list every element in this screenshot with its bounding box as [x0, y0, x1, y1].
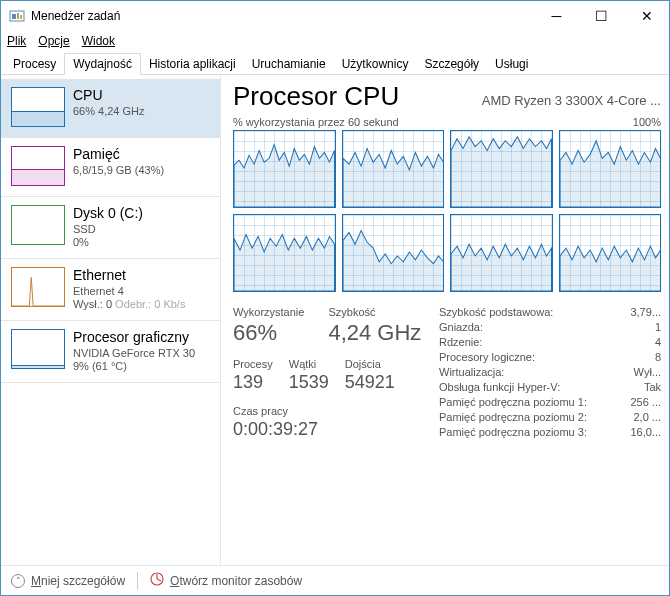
fewer-details-link[interactable]: MMniej szczegółówniej szczegółów	[31, 574, 125, 588]
cpu-heading: Procesor CPU	[233, 81, 399, 112]
logical-value: 8	[655, 351, 661, 363]
window-title: Menedżer zadań	[31, 9, 534, 23]
util-label: Wykorzystanie	[233, 306, 304, 318]
l2-cache-label: Pamięć podręczna poziomu 2:	[439, 411, 595, 423]
tab-services[interactable]: Usługi	[487, 54, 536, 74]
core-chart-5	[342, 214, 445, 292]
cores-value: 4	[655, 336, 661, 348]
speed-label: Szybkość	[328, 306, 421, 318]
menu-options[interactable]: Opcje	[38, 34, 69, 48]
chart-axis-right: 100%	[633, 116, 661, 128]
util-value: 66%	[233, 320, 304, 346]
memory-thumb-chart	[11, 146, 65, 186]
svg-rect-2	[17, 13, 19, 19]
maximize-button[interactable]: ☐	[579, 1, 624, 31]
sidebar-net-sub: Ethernet 4	[73, 285, 185, 297]
sidebar-net-sub2: Wysł.: 0 Odebr.: 0 Kb/s	[73, 298, 185, 310]
cpu-model: AMD Ryzen 3 3300X 4-Core ...	[482, 93, 661, 108]
core-chart-4	[233, 214, 336, 292]
sidebar-item-ethernet[interactable]: Ethernet Ethernet 4 Wysł.: 0 Odebr.: 0 K…	[1, 259, 220, 320]
virtualization-label: Wirtualizacja:	[439, 366, 512, 378]
base-speed-label: Szybkość podstawowa:	[439, 306, 561, 318]
core-chart-3	[559, 130, 662, 208]
speed-value: 4,24 GHz	[328, 320, 421, 346]
sidebar-disk-title: Dysk 0 (C:)	[73, 205, 143, 221]
sidebar-cpu-title: CPU	[73, 87, 145, 103]
cpu-thumb-chart	[11, 87, 65, 127]
logical-label: Procesory logiczne:	[439, 351, 543, 363]
sidebar-mem-title: Pamięć	[73, 146, 164, 162]
uptime-label: Czas pracy	[233, 405, 423, 417]
cpu-core-charts	[233, 130, 661, 292]
tab-strip: Procesy Wydajność Historia aplikacji Uru…	[1, 51, 669, 75]
disk-thumb-chart	[11, 205, 65, 245]
l1-cache-label: Pamięć podręczna poziomu 1:	[439, 396, 595, 408]
tab-processes[interactable]: Procesy	[5, 54, 64, 74]
sidebar-item-memory[interactable]: Pamięć 6,8/15,9 GB (43%)	[1, 138, 220, 196]
minimize-button[interactable]: ─	[534, 1, 579, 31]
core-chart-0	[233, 130, 336, 208]
open-resmon-link[interactable]: Otwórz monitor zasobów	[170, 574, 302, 588]
sidebar-disk-sub2: 0%	[73, 236, 143, 248]
handles-value: 54921	[345, 372, 395, 393]
hyperv-label: Obsługa funkcji Hyper-V:	[439, 381, 568, 393]
processes-value: 139	[233, 372, 273, 393]
cpu-stats-primary: Wykorzystanie 66% Szybkość 4,24 GHz Proc…	[233, 306, 423, 441]
sidebar-gpu-sub2: 9% (61 °C)	[73, 360, 195, 372]
sidebar-item-disk[interactable]: Dysk 0 (C:) SSD 0%	[1, 197, 220, 258]
processes-label: Procesy	[233, 358, 273, 370]
tab-details[interactable]: Szczegóły	[416, 54, 487, 74]
ethernet-thumb-chart	[11, 267, 65, 307]
l3-cache-value: 16,0...	[630, 426, 661, 438]
sidebar-item-cpu[interactable]: CPU 66% 4,24 GHz	[1, 79, 220, 137]
svg-rect-1	[12, 14, 16, 19]
handles-label: Dojścia	[345, 358, 395, 370]
base-speed-value: 3,79...	[630, 306, 661, 318]
cpu-detail-panel: Procesor CPU AMD Ryzen 3 3300X 4-Core ..…	[221, 75, 669, 565]
gpu-thumb-chart	[11, 329, 65, 369]
l3-cache-label: Pamięć podręczna poziomu 3:	[439, 426, 595, 438]
cores-label: Rdzenie:	[439, 336, 490, 348]
chevron-up-icon[interactable]: ˄	[11, 574, 25, 588]
tab-app-history[interactable]: Historia aplikacji	[141, 54, 244, 74]
threads-value: 1539	[289, 372, 329, 393]
menubar: Plik Opcje Widok	[1, 31, 669, 51]
close-button[interactable]: ✕	[624, 1, 669, 31]
virtualization-value: Wył...	[634, 366, 661, 378]
core-chart-6	[450, 214, 553, 292]
sidebar-cpu-sub: 66% 4,24 GHz	[73, 105, 145, 117]
performance-sidebar: CPU 66% 4,24 GHz Pamięć 6,8/15,9 GB (43%…	[1, 75, 221, 565]
sockets-label: Gniazda:	[439, 321, 491, 333]
hyperv-value: Tak	[644, 381, 661, 393]
menu-view[interactable]: Widok	[82, 34, 115, 48]
core-chart-2	[450, 130, 553, 208]
tab-performance[interactable]: Wydajność	[64, 53, 141, 75]
resmon-icon	[150, 572, 164, 589]
threads-label: Wątki	[289, 358, 329, 370]
l1-cache-value: 256 ...	[630, 396, 661, 408]
sockets-value: 1	[655, 321, 661, 333]
core-chart-7	[559, 214, 662, 292]
footer: ˄ MMniej szczegółówniej szczegółów Otwór…	[1, 565, 669, 595]
sidebar-gpu-sub: NVIDIA GeForce RTX 30	[73, 347, 195, 359]
svg-rect-3	[20, 15, 22, 19]
cpu-stats-details: Szybkość podstawowa:3,79... Gniazda:1 Rd…	[439, 306, 661, 441]
sidebar-net-title: Ethernet	[73, 267, 185, 283]
chart-axis-left: % wykorzystania przez 60 sekund	[233, 116, 399, 128]
uptime-value: 0:00:39:27	[233, 419, 423, 440]
sidebar-mem-sub: 6,8/15,9 GB (43%)	[73, 164, 164, 176]
core-chart-1	[342, 130, 445, 208]
menu-file[interactable]: Plik	[7, 34, 26, 48]
titlebar: Menedżer zadań ─ ☐ ✕	[1, 1, 669, 31]
task-manager-window: Menedżer zadań ─ ☐ ✕ Plik Opcje Widok Pr…	[0, 0, 670, 596]
l2-cache-value: 2,0 ...	[633, 411, 661, 423]
tab-startup[interactable]: Uruchamianie	[244, 54, 334, 74]
sidebar-item-gpu[interactable]: Procesor graficzny NVIDIA GeForce RTX 30…	[1, 321, 220, 382]
sidebar-disk-sub: SSD	[73, 223, 143, 235]
app-icon	[9, 8, 25, 24]
tab-users[interactable]: Użytkownicy	[334, 54, 417, 74]
sidebar-gpu-title: Procesor graficzny	[73, 329, 195, 345]
